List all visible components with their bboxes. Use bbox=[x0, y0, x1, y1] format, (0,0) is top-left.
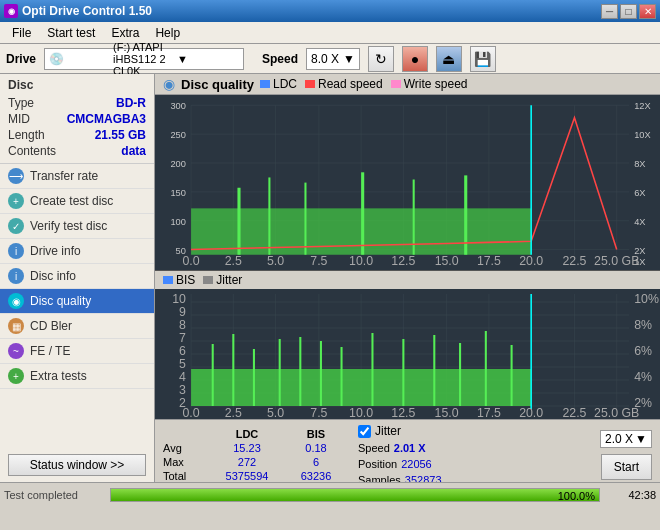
stats-bar: LDC BIS Avg 15.23 0.18 Max 272 6 Total 5… bbox=[155, 419, 660, 482]
svg-text:10.0: 10.0 bbox=[349, 406, 373, 419]
disc-quality-label: Disc quality bbox=[30, 294, 91, 308]
svg-rect-21 bbox=[304, 183, 306, 255]
type-value: BD-R bbox=[116, 96, 146, 110]
minimize-button[interactable]: ─ bbox=[601, 4, 618, 19]
transfer-rate-icon: ⟶ bbox=[8, 168, 24, 184]
drive-bar: Drive 💿 (F:) ATAPI iHBS112 2 CL0K ▼ Spee… bbox=[0, 44, 660, 74]
svg-text:5.0: 5.0 bbox=[267, 254, 284, 268]
samples-value: 352873 bbox=[405, 474, 442, 482]
read-speed-legend-label: Read speed bbox=[318, 77, 383, 91]
bottom-chart: BIS Jitter bbox=[155, 271, 660, 419]
svg-text:8: 8 bbox=[179, 318, 186, 332]
svg-rect-84 bbox=[511, 345, 513, 406]
svg-rect-71 bbox=[191, 369, 531, 406]
sidebar-item-extra-tests[interactable]: + Extra tests bbox=[0, 364, 154, 389]
svg-text:6: 6 bbox=[179, 344, 186, 358]
refresh-button[interactable]: ↻ bbox=[368, 46, 394, 72]
top-chart: 300 250 200 150 100 50 12X 10X 8X 6X 4X … bbox=[155, 95, 660, 271]
maximize-button[interactable]: □ bbox=[620, 4, 637, 19]
svg-rect-74 bbox=[253, 349, 255, 406]
menu-file[interactable]: File bbox=[4, 24, 39, 42]
menu-help[interactable]: Help bbox=[147, 24, 188, 42]
stop-button[interactable]: ● bbox=[402, 46, 428, 72]
drive-selector[interactable]: 💿 (F:) ATAPI iHBS112 2 CL0K ▼ bbox=[44, 48, 244, 70]
extra-tests-icon: + bbox=[8, 368, 24, 384]
svg-rect-72 bbox=[212, 344, 214, 406]
content-area: ◉ Disc quality LDC Read speed Write spee… bbox=[155, 74, 660, 482]
app-title: Opti Drive Control 1.50 bbox=[22, 4, 152, 18]
drive-dropdown-arrow: ▼ bbox=[177, 53, 239, 65]
write-speed-legend-label: Write speed bbox=[404, 77, 468, 91]
disc-info-label: Disc info bbox=[30, 269, 76, 283]
chart-header: ◉ Disc quality LDC Read speed Write spee… bbox=[155, 74, 660, 95]
drive-info-label: Drive info bbox=[30, 244, 81, 258]
menu-extra[interactable]: Extra bbox=[103, 24, 147, 42]
sidebar-item-disc-quality[interactable]: ◉ Disc quality bbox=[0, 289, 154, 314]
svg-text:0.0: 0.0 bbox=[182, 406, 199, 419]
sidebar-item-create-test-disc[interactable]: + Create test disc bbox=[0, 189, 154, 214]
jitter-legend-color bbox=[203, 276, 213, 284]
svg-rect-83 bbox=[485, 331, 487, 406]
svg-rect-79 bbox=[371, 333, 373, 406]
length-value: 21.55 GB bbox=[95, 128, 146, 142]
contents-label: Contents bbox=[8, 144, 56, 158]
svg-text:6%: 6% bbox=[634, 344, 652, 358]
speed-dropdown-arrow: ▼ bbox=[343, 52, 355, 66]
eject-button[interactable]: ⏏ bbox=[436, 46, 462, 72]
drive-label: Drive bbox=[6, 52, 36, 66]
svg-rect-82 bbox=[459, 343, 461, 406]
read-speed-legend-color bbox=[305, 80, 315, 88]
svg-rect-73 bbox=[232, 334, 234, 406]
length-label: Length bbox=[8, 128, 45, 142]
svg-text:25.0 GB: 25.0 GB bbox=[594, 406, 639, 419]
sidebar-item-transfer-rate[interactable]: ⟶ Transfer rate bbox=[0, 164, 154, 189]
position-label: Position bbox=[358, 458, 397, 470]
svg-text:6X: 6X bbox=[634, 188, 645, 198]
jitter-legend: Jitter bbox=[203, 273, 242, 287]
svg-text:200: 200 bbox=[170, 159, 185, 169]
speed-selector[interactable]: 8.0 X ▼ bbox=[306, 48, 360, 70]
charts-container: 300 250 200 150 100 50 12X 10X 8X 6X 4X … bbox=[155, 95, 660, 419]
transfer-rate-label: Transfer rate bbox=[30, 169, 98, 183]
status-window-button[interactable]: Status window >> bbox=[8, 454, 146, 476]
svg-rect-20 bbox=[268, 177, 270, 254]
jitter-checkbox[interactable] bbox=[358, 425, 371, 438]
sidebar-item-drive-info[interactable]: i Drive info bbox=[0, 239, 154, 264]
write-speed-legend-color bbox=[391, 80, 401, 88]
sidebar-item-cd-bler[interactable]: ▦ CD Bler bbox=[0, 314, 154, 339]
speed-stat-label: Speed bbox=[358, 442, 390, 454]
svg-text:2.5: 2.5 bbox=[225, 254, 242, 268]
svg-text:7.5: 7.5 bbox=[310, 254, 327, 268]
speed-label: Speed bbox=[262, 52, 298, 66]
svg-text:250: 250 bbox=[170, 130, 185, 140]
status-time: 42:38 bbox=[606, 489, 656, 501]
disc-info-section: Disc Type BD-R MID CMCMAGBA3 Length 21.5… bbox=[0, 74, 154, 164]
total-ldc: 5375594 bbox=[212, 470, 282, 482]
svg-text:3: 3 bbox=[179, 383, 186, 397]
svg-text:2.5: 2.5 bbox=[225, 406, 242, 419]
svg-rect-75 bbox=[279, 339, 281, 406]
start-button[interactable]: Start bbox=[601, 454, 652, 480]
bis-header: BIS bbox=[286, 428, 346, 440]
svg-text:4X: 4X bbox=[634, 217, 645, 227]
svg-text:0.0: 0.0 bbox=[182, 254, 199, 268]
svg-text:20.0: 20.0 bbox=[519, 406, 543, 419]
svg-text:12X: 12X bbox=[634, 101, 651, 111]
svg-text:25.0 GB: 25.0 GB bbox=[594, 254, 639, 268]
close-button[interactable]: ✕ bbox=[639, 4, 656, 19]
disc-quality-header-icon: ◉ bbox=[163, 76, 175, 92]
save-button[interactable]: 💾 bbox=[470, 46, 496, 72]
svg-text:4: 4 bbox=[179, 370, 186, 384]
max-bis: 6 bbox=[286, 456, 346, 468]
speed-stat-value: 2.01 X bbox=[394, 442, 426, 454]
position-value: 22056 bbox=[401, 458, 432, 470]
menu-start-test[interactable]: Start test bbox=[39, 24, 103, 42]
svg-text:8%: 8% bbox=[634, 318, 652, 332]
sidebar-item-disc-info[interactable]: i Disc info bbox=[0, 264, 154, 289]
fe-te-label: FE / TE bbox=[30, 344, 70, 358]
speed-dropdown[interactable]: 2.0 X ▼ bbox=[600, 430, 652, 448]
bottom-chart-svg: 10 9 8 7 6 5 4 3 2 10% 8% 6% 4% 2% 0 bbox=[155, 289, 660, 419]
sidebar-item-verify-test-disc[interactable]: ✓ Verify test disc bbox=[0, 214, 154, 239]
sidebar-item-fe-te[interactable]: ~ FE / TE bbox=[0, 339, 154, 364]
svg-text:20.0: 20.0 bbox=[519, 254, 543, 268]
